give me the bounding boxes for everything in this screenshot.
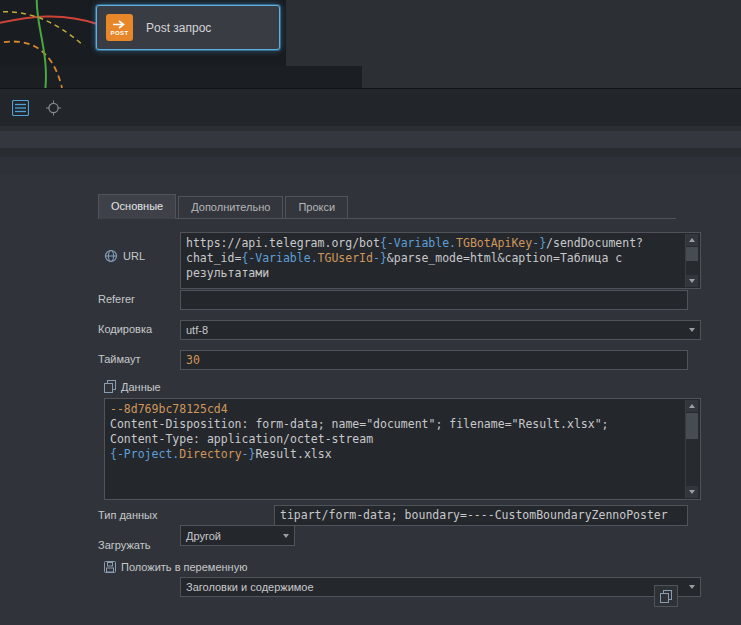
chevron-down-icon	[283, 534, 289, 538]
properties-tabbar: Основные Дополнительно Прокси	[98, 194, 676, 219]
load-mode-select[interactable]: Заголовки и содержимое	[180, 577, 701, 597]
encoding-label: Кодировка	[98, 323, 152, 335]
flow-node-post-request[interactable]: POST Post запрос	[96, 5, 280, 50]
crosshair-icon	[45, 100, 62, 116]
log-list-button[interactable]	[9, 97, 31, 118]
post-badge-icon: POST	[106, 14, 133, 41]
chevron-down-icon	[689, 585, 695, 589]
timeout-label: Таймаут	[98, 353, 141, 365]
canvas-toolbar	[0, 88, 741, 127]
url-input[interactable]: https://api.telegram.org/bot{-Variable.T…	[180, 232, 701, 289]
arrow-right-icon	[113, 20, 126, 29]
tab-advanced[interactable]: Дополнительно	[178, 196, 283, 218]
timeout-value: 30	[186, 353, 200, 368]
copy-pages-icon	[660, 590, 672, 603]
content-type-value-input[interactable]: tipart/form-data; boundary=----CustomBou…	[274, 505, 688, 526]
url-line-2: chat_id={-Variable.TGUserId-}&parse_mode…	[186, 251, 682, 266]
content-type-value: tipart/form-data; boundary=----CustomBou…	[280, 508, 668, 523]
data-line-1: --8d769bc78125cd4	[110, 402, 682, 417]
data-label-group: Данные	[104, 380, 161, 393]
triangle-up-icon	[689, 238, 695, 242]
timeout-input[interactable]: 30	[180, 350, 688, 370]
scroll-down-button[interactable]	[686, 486, 698, 498]
collapsed-panel-bar	[0, 157, 741, 174]
encoding-value: utf-8	[186, 324, 208, 336]
globe-icon	[104, 249, 118, 263]
triangle-down-icon	[689, 279, 695, 283]
copy-pages-icon	[104, 380, 116, 393]
content-type-kind-value: Другой	[186, 530, 221, 542]
tab-main[interactable]: Основные	[98, 194, 176, 219]
encoding-select[interactable]: utf-8	[180, 320, 701, 340]
url-line-3: результатами	[186, 266, 682, 281]
put-variable-label: Положить в переменную	[121, 561, 247, 573]
chevron-down-icon	[689, 328, 695, 332]
center-target-button[interactable]	[42, 97, 64, 118]
scroll-thumb[interactable]	[686, 247, 698, 261]
post-badge-label: POST	[111, 30, 129, 36]
url-scrollbar[interactable]	[685, 234, 699, 287]
data-line-3: Content-Type: application/octet-stream	[110, 432, 682, 447]
scroll-down-button[interactable]	[686, 275, 698, 287]
tab-proxy[interactable]: Прокси	[285, 196, 348, 218]
collapsed-panel-bar	[0, 131, 741, 148]
put-variable-label-group: Положить в переменную	[104, 561, 247, 573]
content-type-label: Тип данных	[98, 509, 158, 521]
data-scrollbar[interactable]	[685, 400, 699, 498]
save-to-variable-icon	[104, 561, 116, 573]
load-mode-label: Загружать	[98, 539, 150, 551]
scroll-thumb[interactable]	[686, 413, 698, 439]
data-label: Данные	[121, 381, 161, 393]
triangle-up-icon	[689, 404, 695, 408]
scroll-up-button[interactable]	[686, 234, 698, 246]
load-mode-value: Заголовки и содержимое	[186, 581, 314, 593]
flow-node-label: Post запрос	[146, 21, 211, 35]
data-line-2: Content-Disposition: form-data; name="do…	[110, 417, 682, 432]
triangle-down-icon	[689, 490, 695, 494]
url-line-1: https://api.telegram.org/bot{-Variable.T…	[186, 236, 682, 251]
panel-divider	[0, 148, 741, 157]
data-input[interactable]: --8d769bc78125cd4 Content-Disposition: f…	[104, 398, 701, 500]
content-type-kind-select[interactable]: Другой	[180, 525, 295, 546]
url-label-group: URL	[104, 249, 145, 263]
list-icon	[12, 100, 29, 116]
new-variable-button[interactable]	[654, 585, 678, 607]
scroll-up-button[interactable]	[686, 400, 698, 412]
zennoposter-window: POST Post запрос Основные Дополнительно …	[0, 0, 741, 625]
referer-input[interactable]	[180, 290, 688, 310]
data-line-4: {-Project.Directory-}Result.xlsx	[110, 447, 682, 462]
url-label: URL	[123, 250, 145, 262]
referer-label: Referer	[98, 293, 135, 305]
